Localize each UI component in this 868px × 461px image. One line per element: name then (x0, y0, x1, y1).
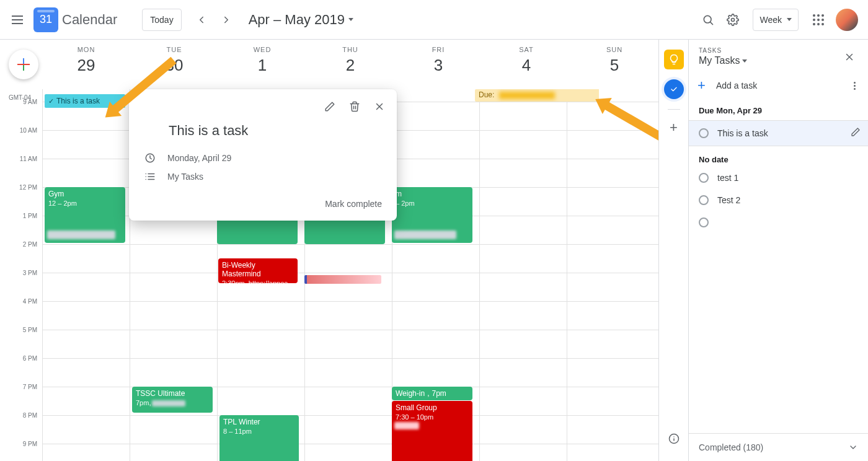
info-icon[interactable] (662, 426, 686, 451)
event-time: 7pm (432, 389, 446, 398)
tasks-panel: TASKS My Tasks + Add a task Due Mon, Apr… (688, 40, 868, 461)
next-week-button[interactable] (214, 7, 239, 32)
event-thu-partial[interactable]: m – 2pm (392, 187, 472, 243)
redacted-text (394, 230, 456, 239)
account-avatar[interactable] (836, 9, 858, 31)
event-time: 7pm, (136, 399, 151, 406)
tasks-eyebrow: TASKS (699, 47, 858, 54)
event-time: – 2pm (396, 200, 469, 207)
no-date-header: No date (689, 146, 868, 167)
event-title: m (396, 190, 469, 198)
task-title: Test 2 (717, 195, 861, 205)
mark-complete-button[interactable]: Mark complete (325, 199, 382, 209)
event-title: TSSC Ultimate (136, 389, 209, 398)
task-complete-toggle[interactable] (699, 173, 709, 183)
day-header-fri[interactable]: FRI3 (394, 40, 482, 89)
hour-label: 2 PM (23, 241, 37, 248)
task-complete-toggle[interactable] (699, 217, 709, 227)
event-sub: 2:30pm, https://appea (222, 279, 294, 283)
completed-section-toggle[interactable]: Completed (180) (689, 433, 868, 461)
menu-icon[interactable] (5, 7, 30, 32)
close-popup-button[interactable] (368, 95, 391, 118)
event-title: Gym (48, 190, 122, 198)
edit-task-button[interactable] (319, 95, 341, 118)
event-tpl[interactable]: TPL Winter 8 – 11pm (219, 415, 299, 461)
today-button[interactable]: Today (142, 9, 181, 31)
hour-label: 3 PM (23, 270, 37, 276)
task-item-selected[interactable]: This is a task (689, 120, 868, 146)
hour-label: 7 PM (23, 384, 37, 390)
all-day-event-due[interactable]: Due: (475, 89, 599, 102)
delete-task-button[interactable] (343, 95, 366, 118)
event-title: Small Group (396, 403, 469, 412)
search-icon[interactable] (696, 7, 720, 32)
redacted-text (47, 230, 115, 239)
day-header-thu[interactable]: THU2 (306, 40, 394, 89)
event-gym[interactable]: Gym 12 – 2pm (45, 187, 125, 243)
hour-label: 1 PM (23, 213, 37, 219)
due-section-header: Due Mon, Apr 29 (689, 101, 868, 120)
event-time: 8 – 11pm (223, 428, 295, 435)
popup-list-name: My Tasks (167, 172, 203, 182)
prev-week-button[interactable] (189, 7, 214, 32)
event-mastermind[interactable]: Bi-Weekly Mastermind 2:30pm, https://app… (218, 258, 298, 283)
view-select-label: Week (760, 15, 782, 25)
add-task-label: Add a task (716, 81, 847, 90)
date-range-picker[interactable]: Apr – May 2019 (249, 12, 353, 28)
hour-label: 10 AM (20, 127, 37, 134)
add-task-row[interactable]: + Add a task (689, 71, 868, 101)
app-header: 31 Calendar Today Apr – May 2019 Week (0, 0, 868, 40)
day-header-sat[interactable]: SAT4 (482, 40, 570, 89)
task-complete-toggle[interactable] (699, 128, 709, 138)
event-title: Bi-Weekly Mastermind (222, 261, 294, 278)
calendar-logo-icon: 31 (33, 7, 58, 32)
tasks-icon[interactable] (664, 79, 684, 99)
settings-gear-icon[interactable] (720, 7, 745, 32)
event-smallgroup[interactable]: Small Group 7:30 – 10pm (392, 401, 472, 461)
tasks-list-title: My Tasks (699, 55, 740, 66)
event-title: TPL Winter (223, 418, 295, 426)
hour-label: 8 PM (23, 412, 37, 419)
chevron-down-icon (348, 18, 353, 21)
keep-icon[interactable] (664, 50, 684, 69)
create-event-fab[interactable] (9, 50, 38, 79)
edit-task-icon[interactable] (851, 127, 861, 139)
event-weighin[interactable]: Weigh-in, 7pm (392, 387, 472, 400)
list-icon (144, 171, 156, 182)
day-header-sun[interactable]: SUN5 (570, 40, 658, 89)
hour-label: 9 AM (23, 99, 37, 105)
date-range-label: Apr – May 2019 (249, 12, 345, 28)
completed-label: Completed (180) (699, 442, 763, 452)
hours-column: GMT-04 9 AM 10 AM 11 AM 12 PM 1 PM 2 PM … (0, 89, 42, 461)
view-select[interactable]: Week (753, 9, 799, 31)
close-tasks-panel-button[interactable] (837, 45, 862, 69)
event-tssc[interactable]: TSSC Ultimate 7pm, (132, 387, 213, 413)
hour-label: 4 PM (23, 298, 37, 305)
hour-label: 9 PM (23, 441, 37, 447)
google-apps-icon[interactable] (806, 7, 831, 32)
tasks-list-selector[interactable]: My Tasks (699, 55, 858, 66)
popup-date: Monday, April 29 (167, 153, 231, 163)
app-title: Calendar (62, 12, 117, 28)
task-check-icon: ✓ (48, 97, 54, 105)
task-complete-toggle[interactable] (699, 195, 709, 205)
hour-label: 12 PM (19, 184, 37, 191)
popup-title: This is a task (129, 118, 397, 149)
event-strip[interactable] (304, 275, 381, 284)
day-header-wed[interactable]: WED1 (218, 40, 306, 89)
chevron-down-icon (742, 59, 747, 63)
day-header-mon[interactable]: MON29 (42, 40, 130, 89)
chevron-down-icon (787, 18, 792, 21)
task-chip-label: This is a task (56, 97, 100, 105)
task-item-empty[interactable] (689, 211, 868, 234)
task-item[interactable]: Test 2 (689, 189, 868, 211)
chevron-down-icon (848, 442, 858, 452)
calendar-grid: MON29 TUE30 WED1 THU2 FRI3 SAT4 SUN5 ✓ T… (0, 40, 658, 461)
hour-label: 6 PM (23, 355, 37, 362)
redacted-text (499, 92, 555, 99)
task-title: This is a task (717, 128, 842, 138)
task-item[interactable]: test 1 (689, 167, 868, 189)
tasks-more-menu[interactable] (847, 82, 862, 90)
task-popup: This is a task Monday, April 29 My Tasks… (129, 89, 397, 221)
add-addon-icon[interactable]: + (670, 120, 678, 136)
